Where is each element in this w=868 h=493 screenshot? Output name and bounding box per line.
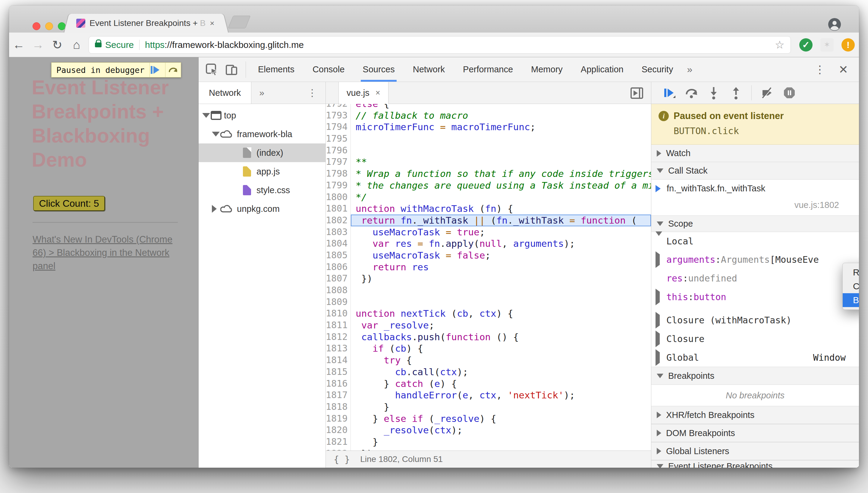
devtools-tab-performance[interactable]: Performance [454, 57, 522, 82]
line-number[interactable]: 1810 [326, 308, 351, 319]
resume-script-button[interactable] [150, 63, 165, 77]
whats-new-link[interactable]: What's New In DevTools (Chrome 66) > Bla… [32, 233, 174, 273]
tree-item-app-js[interactable]: app.js [199, 162, 325, 181]
editor-tab-vuejs[interactable]: vue.js × [339, 82, 389, 104]
line-source[interactable]: unction withMacroTask (fn) { [351, 203, 513, 215]
line-source[interactable]: */ [351, 191, 367, 203]
reload-icon[interactable]: ↻ [48, 38, 67, 52]
line-source[interactable]: handleError(e, ctx, 'nextTick'); [351, 389, 575, 401]
frame-location-link[interactable]: vue.js:1802 [651, 197, 859, 212]
step-into-icon[interactable] [707, 86, 721, 100]
devtools-tab-elements[interactable]: Elements [249, 57, 304, 82]
line-source[interactable]: ** [351, 156, 367, 168]
new-tab-button[interactable] [228, 16, 251, 28]
home-icon[interactable]: ⌂ [67, 38, 86, 51]
line-number[interactable]: 1808 [326, 284, 351, 296]
line-number[interactable]: 1814 [326, 355, 351, 366]
navigator-more-tabs-chevron[interactable]: » [259, 88, 264, 98]
line-source[interactable]: } else if (_resolve) { [351, 413, 496, 425]
line-source[interactable]: var _resolve; [351, 319, 434, 331]
more-panels-chevron[interactable]: » [682, 64, 697, 75]
close-window-button[interactable] [32, 22, 40, 30]
scope-expander-icon[interactable] [657, 221, 664, 226]
tree-item-unpkg-com[interactable]: unpkg.com [199, 199, 325, 218]
line-number[interactable]: 1812 [326, 331, 351, 343]
zoom-window-button[interactable] [58, 22, 66, 30]
inspect-element-icon[interactable] [205, 63, 218, 76]
devtools-tab-console[interactable]: Console [304, 57, 353, 82]
line-source[interactable] [351, 284, 356, 296]
expander-right-icon[interactable] [212, 205, 217, 213]
line-number[interactable]: 1817 [326, 389, 351, 401]
line-source[interactable]: useMacroTask = true; [351, 226, 485, 238]
forward-icon[interactable]: → [28, 38, 48, 51]
navigator-menu-icon[interactable]: ⋮ [307, 87, 317, 99]
line-source[interactable] [351, 296, 356, 308]
scope-section-closure[interactable]: Closure [651, 329, 859, 348]
resume-script-icon[interactable] [662, 86, 676, 100]
line-source[interactable]: if (cb) { [351, 343, 423, 355]
watch-expander-icon[interactable] [657, 150, 661, 157]
step-out-icon[interactable] [729, 86, 743, 100]
line-number[interactable]: 1815 [326, 366, 351, 378]
line-number[interactable]: 1792 [326, 104, 351, 110]
navigator-tab-network[interactable]: Network [199, 82, 251, 104]
line-source[interactable]: }) [351, 273, 372, 284]
call-stack-frame[interactable]: fn._withTask.fn._withTask [651, 179, 859, 197]
line-source[interactable]: cb.call(ctx); [351, 366, 468, 378]
scope-variable-res[interactable]: res: undefined [651, 269, 859, 287]
line-source[interactable]: useMacroTask = false; [351, 250, 491, 261]
devtools-tab-network[interactable]: Network [404, 57, 454, 82]
line-number[interactable]: 1800 [326, 191, 351, 203]
tree-item-framework-bla[interactable]: framework-bla [199, 125, 325, 144]
line-number[interactable]: 1798 [326, 168, 351, 179]
line-number[interactable]: 1816 [326, 378, 351, 390]
line-source[interactable]: microTimerFunc = macroTimerFunc; [351, 121, 536, 133]
line-source[interactable] [351, 145, 356, 156]
line-number[interactable]: 1796 [326, 145, 351, 156]
line-number[interactable]: 1799 [326, 179, 351, 191]
line-number[interactable]: 1811 [326, 319, 351, 331]
click-count-button[interactable]: Click Count: 5 [33, 196, 105, 211]
scope-variable-this[interactable]: this: button [651, 287, 859, 306]
expand-scope-icon[interactable] [655, 330, 660, 347]
line-source[interactable]: else { [351, 104, 389, 110]
line-source[interactable]: }); [351, 448, 378, 451]
line-source[interactable]: } catch (e) { [351, 378, 457, 390]
pause-on-exceptions-icon[interactable] [782, 86, 796, 100]
expand-scope-icon[interactable] [655, 312, 660, 328]
section-header-global-listeners[interactable]: Global Listeners [651, 442, 859, 460]
scope-section-header[interactable]: Scope [651, 215, 859, 232]
line-number[interactable]: 1797 [326, 156, 351, 168]
line-number[interactable]: 1793 [326, 110, 351, 122]
expand-scope-icon[interactable] [655, 349, 660, 366]
line-number[interactable]: 1818 [326, 401, 351, 413]
call-stack-expander-icon[interactable] [657, 168, 664, 173]
line-source[interactable]: try { [351, 355, 412, 366]
line-number[interactable]: 1802 [326, 215, 351, 226]
line-number[interactable]: 1820 [326, 424, 351, 436]
watch-section-header[interactable]: Watch [651, 145, 859, 162]
pretty-print-icon[interactable]: { } [334, 454, 350, 465]
editor-tab-close-icon[interactable]: × [375, 88, 381, 98]
address-bar[interactable]: Secure https://framework-blackboxing.gli… [89, 36, 791, 53]
browser-tab[interactable]: Event Listener Breakpoints + B × [71, 14, 221, 33]
breakpoints-section-header[interactable]: Breakpoints [651, 367, 859, 385]
scope-section-global[interactable]: GlobalWindow [651, 348, 859, 367]
line-source[interactable]: * the changes are queued using a Task in… [351, 179, 651, 191]
back-icon[interactable]: ← [9, 38, 28, 51]
breakpoints-expander-icon[interactable] [657, 374, 664, 378]
line-number[interactable]: 1795 [326, 133, 351, 145]
devtools-menu-icon[interactable]: ⋮ [815, 63, 825, 76]
tree-item-style-css[interactable]: style.css [199, 181, 325, 199]
line-source[interactable]: _resolve(ctx); [351, 424, 463, 436]
line-number[interactable]: 1822 [326, 448, 351, 451]
minimize-window-button[interactable] [45, 22, 53, 30]
scope-variable-arguments[interactable]: arguments: Arguments [MouseEve [651, 250, 859, 269]
step-over-banner-button[interactable] [165, 63, 181, 77]
line-number[interactable]: 1794 [326, 121, 351, 133]
devtools-tab-application[interactable]: Application [572, 57, 633, 82]
extension-disabled-icon[interactable]: ✶ [820, 38, 834, 51]
line-number[interactable]: 1803 [326, 226, 351, 238]
section-expander-icon[interactable] [657, 430, 661, 436]
